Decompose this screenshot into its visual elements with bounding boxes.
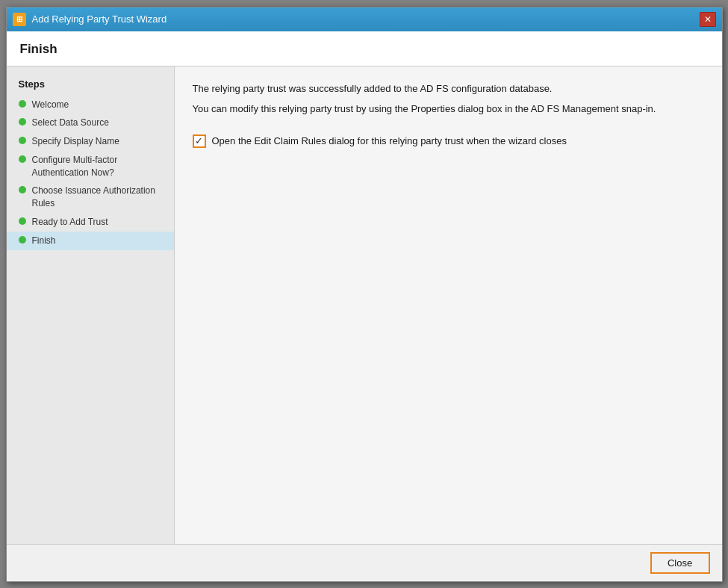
step-dot-specify-display-name [19,137,26,144]
page-header: Finish [7,31,722,66]
app-icon: ⊞ [13,13,26,26]
footer: Close [7,544,722,581]
sidebar-label-specify-display-name: Specify Display Name [32,135,162,148]
checkbox-label: Open the Edit Claim Rules dialog for thi… [212,135,567,146]
close-window-button[interactable]: ✕ [700,12,716,27]
step-dot-configure-multi-factor [19,155,26,163]
sidebar-label-welcome: Welcome [32,99,162,111]
sidebar-item-specify-display-name: Specify Display Name [7,132,174,151]
step-dot-finish [19,236,26,244]
checkbox-row: ✓ Open the Edit Claim Rules dialog for t… [193,134,704,148]
sidebar-label-configure-multi-factor: Configure Multi-factor Authentication No… [32,154,162,179]
sidebar: Steps Welcome Select Data Source Specify… [7,66,175,544]
sidebar-label-select-data-source: Select Data Source [32,117,162,129]
open-edit-claim-checkbox[interactable]: ✓ [193,134,206,148]
close-button[interactable]: Close [650,552,710,574]
step-dot-welcome [19,100,26,108]
sidebar-item-welcome: Welcome [7,96,174,114]
sidebar-label-choose-issuance: Choose Issuance Authorization Rules [32,185,162,210]
window-title: Add Relying Party Trust Wizard [32,13,167,25]
page-title: Finish [20,42,709,57]
sidebar-item-choose-issuance: Choose Issuance Authorization Rules [7,182,174,213]
title-bar-left: ⊞ Add Relying Party Trust Wizard [13,13,167,26]
content-line2: You can modify this relying party trust … [193,102,704,117]
sidebar-item-select-data-source: Select Data Source [7,114,174,132]
sidebar-item-configure-multi-factor: Configure Multi-factor Authentication No… [7,151,174,182]
sidebar-label-finish: Finish [32,235,162,247]
checkmark-icon: ✓ [195,136,203,146]
step-dot-choose-issuance [19,186,26,194]
content-line1: The relying party trust was successfully… [193,81,704,96]
dialog-content: Finish Steps Welcome Select Data Source … [7,31,722,581]
dialog-window: ⊞ Add Relying Party Trust Wizard ✕ Finis… [6,7,723,582]
content-area: The relying party trust was successfully… [175,66,722,544]
main-area: Steps Welcome Select Data Source Specify… [7,66,722,544]
step-dot-ready-to-add [19,217,26,225]
sidebar-item-finish: Finish [7,232,174,250]
sidebar-heading: Steps [7,75,174,96]
sidebar-item-ready-to-add: Ready to Add Trust [7,213,174,232]
step-dot-select-data-source [19,118,26,126]
sidebar-label-ready-to-add: Ready to Add Trust [32,216,162,229]
title-bar: ⊞ Add Relying Party Trust Wizard ✕ [7,7,722,31]
